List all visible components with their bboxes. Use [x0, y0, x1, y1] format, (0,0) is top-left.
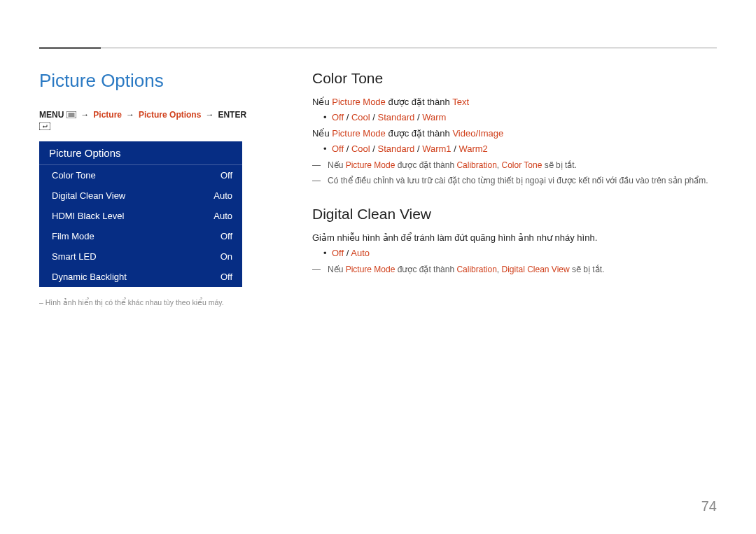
osd-row-value: On — [220, 251, 232, 262]
highlight: Picture Mode — [332, 128, 386, 139]
body-text: Nếu Picture Mode được đặt thành Video/Im… — [312, 127, 717, 141]
section-heading-digital-clean-view: Digital Clean View — [312, 206, 717, 223]
breadcrumb: MENU → Picture → Picture Options → ENTER — [39, 110, 249, 130]
note: Nếu Picture Mode được đặt thành Calibrat… — [312, 263, 717, 276]
osd-row-value: Auto — [214, 190, 232, 201]
option: Off — [332, 143, 344, 154]
arrow-icon: → — [205, 110, 214, 120]
osd-row-smart-led[interactable]: Smart LED On — [39, 246, 242, 267]
note: Nếu Picture Mode được đặt thành Calibrat… — [312, 159, 717, 172]
option: Cool — [351, 143, 370, 154]
note: Có thể điều chỉnh và lưu trữ cài đặt cho… — [312, 174, 717, 188]
highlight: Digital Clean View — [501, 265, 569, 274]
enter-icon — [39, 122, 50, 130]
breadcrumb-menu: MENU — [39, 110, 64, 120]
breadcrumb-enter: ENTER — [218, 110, 246, 120]
two-column-layout: Picture Options MENU → Picture → Picture… — [39, 70, 717, 307]
body-text: Giảm nhiễu hình ảnh để tránh làm đứt quã… — [312, 231, 717, 245]
breadcrumb-item: Picture — [93, 110, 122, 120]
option-list: Off / Cool / Standard / Warm — [312, 111, 717, 125]
osd-row-label: HDMI Black Level — [52, 211, 124, 221]
highlight: Calibration — [456, 265, 496, 274]
osd-row-value: Off — [220, 272, 232, 282]
image-varies-footnote: Hình ảnh hiển thị có thể khác nhau tùy t… — [39, 298, 242, 307]
osd-row-label: Color Tone — [52, 170, 96, 181]
osd-row-value: Off — [220, 231, 232, 241]
option: Off — [332, 248, 344, 258]
section-heading-color-tone: Color Tone — [312, 70, 717, 87]
osd-row-value: Off — [220, 170, 232, 181]
osd-row-value: Auto — [214, 211, 232, 221]
option: Warm1 — [422, 143, 451, 154]
option: Warm2 — [458, 143, 487, 154]
option-list: Off / Auto — [312, 246, 717, 261]
highlight: Picture Mode — [346, 265, 396, 274]
osd-row-digital-clean-view[interactable]: Digital Clean View Auto — [39, 185, 242, 206]
option: Warm — [422, 112, 446, 122]
osd-panel: Picture Options Color Tone Off Digital C… — [39, 141, 242, 287]
option: Standard — [378, 112, 415, 122]
highlight: Color Tone — [501, 160, 542, 170]
osd-row-label: Smart LED — [52, 251, 97, 262]
highlight: Calibration — [456, 160, 496, 170]
arrow-icon: → — [80, 110, 89, 120]
osd-row-hdmi-black-level[interactable]: HDMI Black Level Auto — [39, 206, 242, 226]
arrow-icon: → — [126, 110, 134, 120]
left-column: Picture Options MENU → Picture → Picture… — [39, 70, 249, 307]
menu-icon — [66, 111, 76, 118]
page-title: Picture Options — [39, 70, 249, 92]
body-text: Nếu Picture Mode được đặt thành Text — [312, 95, 717, 109]
osd-row-film-mode[interactable]: Film Mode Off — [39, 226, 242, 246]
osd-row-label: Film Mode — [52, 231, 94, 241]
header-rule — [39, 48, 717, 48]
osd-row-label: Digital Clean View — [52, 190, 125, 201]
osd-title: Picture Options — [39, 141, 242, 165]
breadcrumb-item: Picture Options — [139, 110, 201, 120]
osd-row-color-tone[interactable]: Color Tone Off — [39, 165, 242, 185]
option: Off — [332, 112, 344, 122]
osd-row-dynamic-backlight[interactable]: Dynamic Backlight Off — [39, 267, 242, 287]
highlight: Video/Image — [452, 128, 503, 139]
option: Cool — [351, 112, 370, 122]
highlight: Picture Mode — [332, 97, 386, 107]
option: Standard — [378, 143, 415, 154]
option-list: Off / Cool / Standard / Warm1 / Warm2 — [312, 142, 717, 157]
highlight: Picture Mode — [346, 160, 396, 170]
option: Auto — [351, 248, 370, 258]
osd-row-label: Dynamic Backlight — [52, 272, 127, 282]
page-number: 74 — [701, 498, 717, 514]
highlight: Text — [452, 97, 469, 107]
manual-page: Picture Options MENU → Picture → Picture… — [0, 0, 756, 534]
right-column: Color Tone Nếu Picture Mode được đặt thà… — [312, 70, 717, 307]
